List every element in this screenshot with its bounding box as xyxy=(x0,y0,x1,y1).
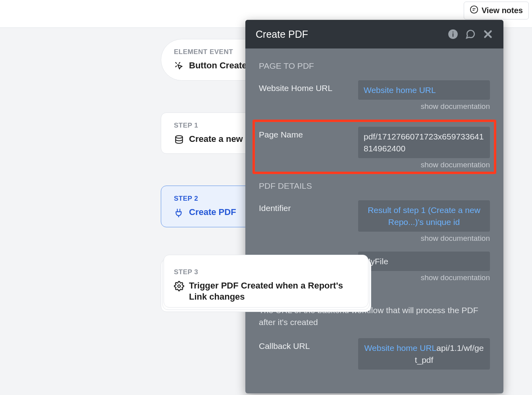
show-documentation-link[interactable]: show documentation xyxy=(259,102,490,111)
info-icon[interactable] xyxy=(448,29,458,39)
field-value[interactable]: Website home URLapi/1.1/wf/get_pdf xyxy=(358,338,490,370)
note-icon xyxy=(470,5,478,16)
field-label: Page Name xyxy=(259,127,350,139)
field-label: Website Home URL xyxy=(259,80,350,93)
click-icon xyxy=(174,61,184,71)
show-documentation-link[interactable]: show documentation xyxy=(259,161,490,169)
panel-title: Create PDF xyxy=(256,29,448,40)
highlight-annotation: Page Name pdf/1712766071723x659733641814… xyxy=(253,120,496,174)
comment-icon[interactable] xyxy=(465,29,476,39)
dynamic-expression[interactable]: Result of step 1 (Create a new Repo...)'… xyxy=(368,205,480,226)
dynamic-expression[interactable]: Website home URL xyxy=(364,343,437,352)
field-callback-url: Callback URL Website home URLapi/1.1/wf/… xyxy=(259,338,490,370)
step-card-3[interactable]: STEP 3 Trigger PDF Created when a Report… xyxy=(161,259,371,312)
view-notes-button[interactable]: View notes xyxy=(464,2,529,19)
svg-point-0 xyxy=(470,6,478,13)
gear-icon xyxy=(174,281,184,291)
field-page-name: Page Name pdf/1712766071723x659733641814… xyxy=(259,127,490,158)
step-label: STEP 3 xyxy=(174,268,358,276)
field-value[interactable]: MyFile xyxy=(358,252,490,271)
step-title: Trigger PDF Created when a Report's Link… xyxy=(189,280,358,303)
field-label: Identifier xyxy=(259,200,350,213)
field-identifier: Identifier Result of step 1 (Create a ne… xyxy=(259,200,490,232)
field-label: Callback URL xyxy=(259,338,350,351)
step-title: Create PDF xyxy=(189,207,236,218)
field-value[interactable]: Website home URL xyxy=(358,80,490,100)
panel-body: PAGE TO PDF Website Home URL Website hom… xyxy=(245,48,503,370)
svg-point-2 xyxy=(175,136,182,138)
field-website-home-url: Website Home URL Website home URL xyxy=(259,80,490,100)
svg-rect-7 xyxy=(453,33,453,37)
view-notes-label: View notes xyxy=(482,6,523,15)
close-icon[interactable] xyxy=(483,29,493,39)
section-heading-page-to-pdf: PAGE TO PDF xyxy=(259,61,490,71)
field-value[interactable]: Result of step 1 (Create a new Repo...)'… xyxy=(358,200,490,232)
show-documentation-link[interactable]: show documentation xyxy=(259,234,490,243)
panel-header[interactable]: Create PDF xyxy=(245,20,503,48)
section-heading-pdf-details: PDF DETAILS xyxy=(259,181,490,191)
svg-rect-8 xyxy=(453,32,453,33)
svg-point-5 xyxy=(178,285,181,288)
properties-panel: Create PDF PAGE TO PDF Website Home URL … xyxy=(245,20,503,393)
field-value[interactable]: pdf/1712766071723x659733641814962400 xyxy=(358,127,490,158)
database-icon xyxy=(174,134,184,145)
plugin-icon xyxy=(174,207,184,218)
dynamic-expression[interactable]: Website home URL xyxy=(364,85,436,95)
